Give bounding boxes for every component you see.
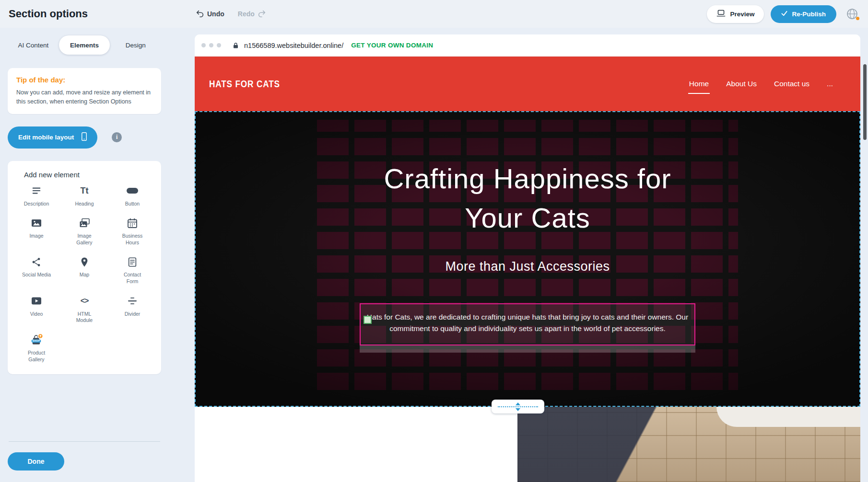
hero-subheading[interactable]: More than Just Accessories [195, 259, 860, 274]
top-bar: Section options Undo Redo Preview Re-Pub… [0, 0, 868, 28]
hero-heading[interactable]: Crafting Happiness for Your Cats [195, 159, 860, 238]
next-section [195, 407, 860, 482]
republish-button[interactable]: Re-Publish [771, 5, 836, 23]
page-title: Section options [9, 8, 196, 20]
element-map[interactable]: Map [60, 255, 108, 285]
nav-contact-us[interactable]: Contact us [773, 77, 810, 91]
element-image[interactable]: Image [12, 217, 60, 246]
page-scrollbar [863, 34, 867, 482]
editor-canvas: n1566589.websitebuilder.online/ GET YOUR… [195, 28, 868, 482]
resize-dotted-line [498, 406, 538, 407]
next-section-background [195, 407, 517, 482]
image-icon [31, 217, 42, 230]
element-social-media[interactable]: Social Media [12, 255, 60, 285]
add-new-element-panel: Add new element Description Tt Heading B… [8, 161, 161, 375]
nav-home[interactable]: Home [688, 77, 710, 91]
section-resize-handle[interactable] [492, 400, 544, 413]
undo-button[interactable]: Undo [196, 9, 224, 19]
button-icon [127, 184, 138, 197]
check-icon [781, 11, 787, 18]
element-product-gallery[interactable]: SHOP Product Gallery [12, 333, 60, 363]
site-logo[interactable]: HATS FOR CATS [209, 78, 280, 90]
site-preview-frame: n1566589.websitebuilder.online/ GET YOUR… [195, 34, 860, 482]
pavement-photo[interactable] [517, 407, 860, 482]
element-contact-form[interactable]: Contact Form [108, 255, 156, 285]
description-icon [31, 184, 42, 197]
form-icon [127, 255, 138, 268]
tab-elements[interactable]: Elements [59, 35, 110, 55]
tip-body: Now you can add, move and resize any ele… [16, 88, 152, 106]
get-domain-link[interactable]: GET YOUR OWN DOMAIN [351, 42, 433, 49]
sidebar-divider [9, 441, 160, 442]
hero-section: Crafting Happiness for Your Cats More th… [195, 111, 860, 407]
selected-text-element[interactable]: Hats for Cats, we are dedicated to craft… [360, 303, 695, 345]
nav-about-us[interactable]: About Us [725, 77, 758, 91]
notification-dot [856, 17, 859, 20]
hero-paragraph[interactable]: Hats for Cats, we are dedicated to craft… [365, 311, 690, 334]
redo-icon [258, 9, 266, 19]
element-business-hours[interactable]: Business Hours [108, 217, 156, 246]
element-grid: Description Tt Heading Button Image Imag… [12, 184, 156, 363]
heading-icon: Tt [81, 184, 89, 197]
window-dot [217, 43, 221, 47]
site-viewport: HATS FOR CATS Home About Us Contact us .… [195, 57, 860, 482]
nav-more[interactable]: ... [826, 77, 834, 91]
phone-icon [80, 131, 89, 143]
site-nav: Home About Us Contact us ... [688, 77, 834, 91]
add-element-title: Add new element [24, 171, 156, 179]
shop-icon: SHOP [30, 333, 43, 346]
element-html-module[interactable]: <> HTML Module [60, 295, 108, 324]
redo-button[interactable]: Redo [238, 9, 266, 19]
map-pin-icon [79, 255, 90, 268]
resize-up-arrow-icon [516, 402, 520, 405]
element-divider[interactable]: Divider [108, 295, 156, 324]
window-dot [209, 43, 213, 47]
tip-title: Tip of the day: [16, 76, 152, 84]
section-options-sidebar: AI Content Elements Design Tip of the da… [0, 28, 169, 482]
window-dot [201, 43, 206, 47]
preview-monitor-icon [716, 10, 726, 19]
photo-shadow [517, 407, 860, 482]
scrollbar-thumb[interactable] [863, 64, 867, 140]
edit-mobile-layout-button[interactable]: Edit mobile layout [8, 126, 97, 149]
image-gallery-icon [79, 217, 90, 230]
element-drag-handle[interactable] [364, 316, 372, 324]
info-icon[interactable]: i [112, 132, 122, 142]
element-description[interactable]: Description [12, 184, 60, 207]
code-icon: <> [81, 295, 89, 308]
undo-icon [196, 9, 204, 19]
element-button[interactable]: Button [108, 184, 156, 207]
share-icon [31, 255, 42, 268]
tip-of-the-day-card: Tip of the day: Now you can add, move an… [8, 68, 161, 114]
svg-text:SHOP: SHOP [32, 340, 40, 343]
divider-icon [127, 295, 138, 308]
element-video[interactable]: Video [12, 295, 60, 324]
address-bar: n1566589.websitebuilder.online/ GET YOUR… [195, 34, 860, 57]
tab-ai-content[interactable]: AI Content [8, 35, 59, 55]
video-icon [31, 295, 42, 308]
lock-icon [232, 42, 239, 49]
site-url[interactable]: n1566589.websitebuilder.online/ [244, 42, 343, 49]
sidebar-tabs: AI Content Elements Design [8, 35, 161, 55]
tab-design[interactable]: Design [110, 35, 161, 55]
preview-button[interactable]: Preview [707, 5, 764, 23]
editor-window: Section options Undo Redo Preview Re-Pub… [0, 0, 868, 482]
site-header: HATS FOR CATS Home About Us Contact us .… [195, 57, 860, 111]
language-globe-button[interactable] [844, 6, 860, 22]
element-heading[interactable]: Tt Heading [60, 184, 108, 207]
resize-down-arrow-icon [516, 408, 520, 411]
element-image-gallery[interactable]: Image Gallery [60, 217, 108, 246]
done-button[interactable]: Done [8, 452, 64, 471]
calendar-icon [127, 217, 138, 230]
